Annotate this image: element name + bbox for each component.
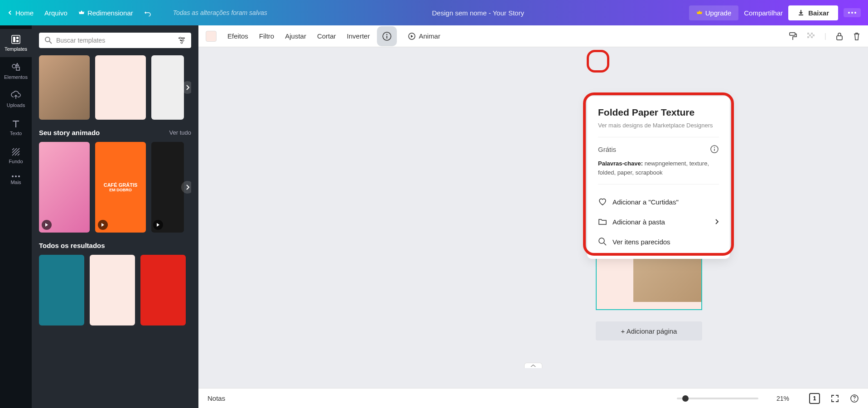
play-icon [98, 220, 108, 230]
template-card[interactable] [90, 255, 135, 325]
add-to-folder[interactable]: Adicionar à pasta [598, 212, 719, 232]
zoom-slider[interactable] [677, 398, 758, 399]
info-icon[interactable] [710, 145, 719, 154]
nav-uploads[interactable]: Uploads [0, 85, 32, 113]
lock-button[interactable] [835, 32, 844, 41]
filter-icon[interactable] [178, 36, 186, 44]
canvas-viewport[interactable]: I love most. + Adicionar página Folded P… [198, 47, 868, 388]
template-card[interactable] [95, 55, 146, 120]
zoom-thumb[interactable] [682, 395, 689, 402]
home-button[interactable]: Home [7, 9, 34, 17]
svg-rect-19 [790, 33, 795, 35]
see-all-link[interactable]: Ver tudo [169, 129, 191, 136]
search-box[interactable] [39, 33, 191, 48]
popover-subtitle[interactable]: Ver mais designs de Marketplace Designer… [598, 121, 719, 130]
template-row: CAFÉ GRÁTISEM DOBRO [39, 142, 191, 233]
svg-point-15 [181, 42, 183, 44]
page-tray-handle[interactable] [524, 363, 542, 368]
adjust-button[interactable]: Ajustar [285, 32, 306, 40]
help-button[interactable] [850, 394, 859, 403]
dots-icon [848, 12, 856, 14]
search-input[interactable] [56, 37, 174, 44]
nav-templates[interactable]: Templates [0, 29, 32, 57]
notes-button[interactable]: Notas [207, 394, 225, 402]
animate-icon [408, 32, 416, 40]
template-card[interactable] [151, 142, 184, 233]
template-card[interactable] [151, 55, 184, 120]
transparency-icon [806, 32, 815, 41]
info-button[interactable] [377, 26, 397, 46]
svg-point-28 [714, 147, 715, 148]
trash-icon [853, 32, 861, 41]
carousel-next[interactable] [181, 81, 191, 94]
svg-rect-23 [813, 34, 815, 36]
svg-point-11 [18, 175, 20, 177]
crown-icon [78, 10, 85, 16]
resize-button[interactable]: Redimensionar [78, 9, 133, 17]
nav-text[interactable]: Texto [0, 113, 32, 141]
more-icon [11, 175, 21, 178]
template-card[interactable] [39, 142, 90, 233]
style-copy-button[interactable] [788, 32, 797, 41]
add-page-button[interactable]: + Adicionar página [596, 321, 702, 340]
nav-background[interactable]: Fundo [0, 141, 32, 170]
template-card[interactable]: CAFÉ GRÁTISEM DOBRO [95, 142, 146, 233]
price-row: Grátis [598, 145, 719, 154]
add-to-likes[interactable]: Adicionar a "Curtidas" [598, 192, 719, 212]
action-label: Adicionar à pasta [612, 218, 665, 226]
fullscreen-button[interactable] [831, 394, 839, 403]
template-card[interactable] [39, 255, 84, 325]
search-icon [44, 36, 53, 44]
context-toolbar: Efeitos Filtro Ajustar Cortar Inverter A… [198, 25, 868, 47]
file-menu[interactable]: Arquivo [44, 9, 68, 17]
divider [598, 137, 719, 137]
svg-point-2 [854, 12, 856, 14]
elements-icon [11, 63, 21, 73]
resize-label: Redimensionar [87, 9, 133, 17]
carousel-next[interactable] [181, 181, 191, 194]
filter-button[interactable]: Filtro [259, 32, 274, 40]
crown-icon [696, 10, 703, 16]
animate-button[interactable]: Animar [408, 32, 440, 40]
page-count[interactable]: 1 [809, 393, 820, 404]
templates-icon [11, 34, 21, 44]
template-card[interactable] [140, 255, 186, 325]
templates-panel: Seu story animado Ver tudo CAFÉ GRÁTISEM… [32, 25, 198, 408]
more-menu-button[interactable] [844, 8, 861, 17]
color-swatch[interactable] [206, 31, 217, 42]
upgrade-button[interactable]: Upgrade [689, 5, 739, 20]
chevron-left-icon [7, 10, 13, 15]
chevron-right-icon [185, 84, 190, 91]
share-button[interactable]: Compartilhar [744, 9, 783, 17]
header-left-group: Home Arquivo Redimensionar Todas as alte… [7, 9, 267, 17]
chevron-right-icon [185, 184, 190, 190]
effects-button[interactable]: Efeitos [227, 32, 248, 40]
document-title[interactable]: Design sem nome - Your Story [271, 9, 685, 17]
zoom-level: 21% [776, 395, 789, 402]
action-label: Adicionar a "Curtidas" [612, 198, 679, 206]
svg-rect-5 [16, 37, 19, 39]
template-card[interactable] [39, 55, 90, 120]
download-button[interactable]: Baixar [788, 5, 838, 20]
crop-button[interactable]: Cortar [317, 32, 336, 40]
transparency-button[interactable] [806, 32, 815, 41]
svg-rect-22 [809, 34, 811, 36]
nav-text-label: Texto [10, 131, 22, 136]
see-similar[interactable]: Ver itens parecidos [598, 232, 719, 252]
upgrade-label: Upgrade [705, 9, 732, 17]
flip-button[interactable]: Inverter [347, 32, 370, 40]
play-icon [42, 220, 52, 230]
svg-rect-25 [811, 36, 813, 38]
svg-rect-3 [12, 35, 20, 44]
svg-point-13 [179, 37, 181, 39]
undo-button[interactable] [144, 9, 151, 16]
nav-more[interactable]: Mais [0, 170, 32, 190]
templates-scroll[interactable]: Seu story animado Ver tudo CAFÉ GRÁTISEM… [39, 55, 191, 400]
info-icon [382, 31, 392, 41]
nav-elements[interactable]: Elementos [0, 57, 32, 85]
svg-rect-20 [807, 33, 809, 34]
delete-button[interactable] [853, 32, 861, 41]
svg-rect-6 [16, 40, 19, 42]
svg-rect-8 [16, 67, 19, 70]
nav-uploads-label: Uploads [7, 102, 25, 108]
